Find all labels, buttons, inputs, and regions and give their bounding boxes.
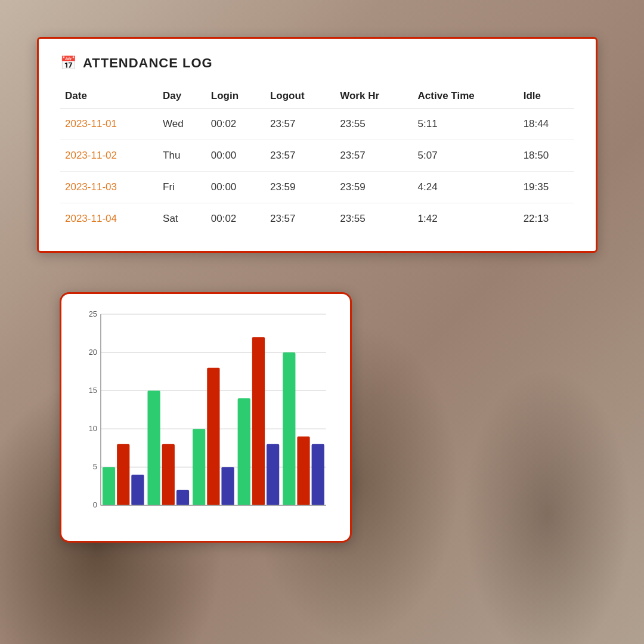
- panel-title-text: ATTENDANCE LOG: [83, 55, 213, 71]
- svg-rect-17: [177, 490, 189, 506]
- svg-rect-19: [207, 368, 219, 506]
- svg-text:15: 15: [89, 386, 97, 395]
- svg-rect-22: [252, 337, 265, 505]
- col-day: Day: [158, 84, 206, 109]
- cell-day: Sat: [158, 203, 206, 235]
- svg-rect-20: [221, 467, 234, 505]
- attendance-panel: 📅 ATTENDANCE LOG Date Day Login Logout W…: [37, 37, 597, 253]
- svg-rect-24: [283, 352, 295, 505]
- col-logout: Logout: [265, 84, 335, 109]
- svg-rect-18: [193, 429, 205, 505]
- cell-logout: 23:59: [265, 172, 335, 203]
- calendar-icon: 📅: [60, 55, 77, 71]
- cell-day: Wed: [158, 109, 206, 140]
- cell-date: 2023-11-02: [60, 140, 158, 172]
- svg-rect-15: [147, 391, 160, 505]
- svg-text:25: 25: [89, 309, 97, 318]
- cell-idle: 19:35: [519, 172, 574, 203]
- cell-logout: 23:57: [265, 203, 335, 235]
- table-row: 2023-11-01 Wed 00:02 23:57 23:55 5:11 18…: [60, 109, 574, 140]
- cell-workhr: 23:57: [335, 140, 413, 172]
- cell-logout: 23:57: [265, 109, 335, 140]
- svg-rect-23: [267, 444, 279, 506]
- cell-idle: 18:44: [519, 109, 574, 140]
- chart-panel: 0510152025: [60, 292, 352, 543]
- bar-chart: 0510152025: [76, 308, 336, 527]
- table-row: 2023-11-04 Sat 00:02 23:57 23:55 1:42 22…: [60, 203, 574, 235]
- svg-text:10: 10: [89, 424, 97, 433]
- col-login: Login: [206, 84, 265, 109]
- cell-login: 00:00: [206, 140, 265, 172]
- cell-login: 00:02: [206, 203, 265, 235]
- cell-activetime: 4:24: [413, 172, 519, 203]
- col-activetime: Active Time: [413, 84, 519, 109]
- table-row: 2023-11-03 Fri 00:00 23:59 23:59 4:24 19…: [60, 172, 574, 203]
- cell-login: 00:00: [206, 172, 265, 203]
- table-header-row: Date Day Login Logout Work Hr Active Tim…: [60, 84, 574, 109]
- svg-rect-14: [131, 475, 144, 505]
- cell-date: 2023-11-04: [60, 203, 158, 235]
- cell-activetime: 5:11: [413, 109, 519, 140]
- cell-workhr: 23:55: [335, 109, 413, 140]
- chart-container: 0510152025: [76, 308, 336, 527]
- svg-text:20: 20: [89, 348, 97, 357]
- cell-idle: 18:50: [519, 140, 574, 172]
- attendance-table: Date Day Login Logout Work Hr Active Tim…: [60, 84, 574, 234]
- svg-text:5: 5: [93, 462, 97, 471]
- col-date: Date: [60, 84, 158, 109]
- cell-workhr: 23:55: [335, 203, 413, 235]
- cell-day: Fri: [158, 172, 206, 203]
- svg-rect-26: [312, 444, 324, 506]
- col-idle: Idle: [519, 84, 574, 109]
- table-body: 2023-11-01 Wed 00:02 23:57 23:55 5:11 18…: [60, 109, 574, 235]
- svg-rect-12: [103, 467, 115, 505]
- cell-workhr: 23:59: [335, 172, 413, 203]
- cell-activetime: 1:42: [413, 203, 519, 235]
- panel-title: 📅 ATTENDANCE LOG: [60, 55, 574, 71]
- svg-text:0: 0: [93, 500, 97, 509]
- svg-rect-13: [117, 444, 129, 506]
- cell-idle: 22:13: [519, 203, 574, 235]
- cell-activetime: 5:07: [413, 140, 519, 172]
- svg-rect-16: [162, 444, 175, 506]
- cell-date: 2023-11-03: [60, 172, 158, 203]
- cell-day: Thu: [158, 140, 206, 172]
- cell-login: 00:02: [206, 109, 265, 140]
- table-row: 2023-11-02 Thu 00:00 23:57 23:57 5:07 18…: [60, 140, 574, 172]
- col-workhr: Work Hr: [335, 84, 413, 109]
- svg-rect-25: [297, 436, 309, 505]
- cell-date: 2023-11-01: [60, 109, 158, 140]
- svg-rect-21: [238, 398, 250, 505]
- cell-logout: 23:57: [265, 140, 335, 172]
